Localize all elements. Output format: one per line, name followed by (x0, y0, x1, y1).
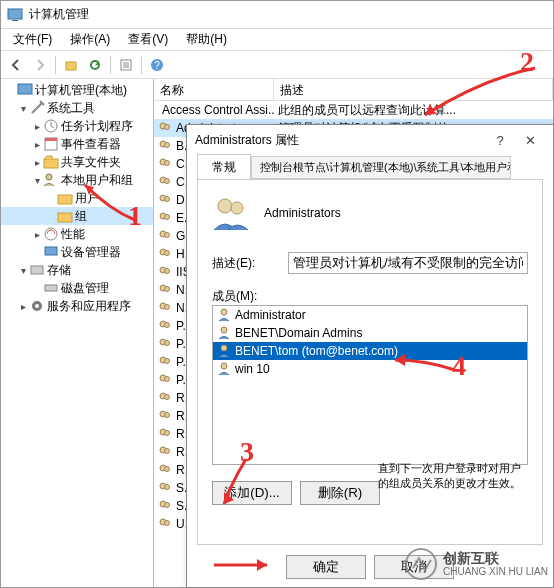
tree-users[interactable]: 用户 (1, 189, 153, 207)
user-icon (217, 308, 231, 322)
svg-rect-11 (44, 159, 58, 168)
computer-icon (17, 82, 33, 98)
add-button[interactable]: 添加(D)... (212, 481, 292, 505)
dialog-title: Administrators 属性 (195, 132, 299, 149)
group-icon (158, 427, 172, 441)
group-icon (158, 247, 172, 261)
svg-rect-14 (58, 213, 72, 222)
svg-point-28 (165, 161, 170, 166)
group-icon (158, 121, 172, 135)
group-icon (158, 337, 172, 351)
col-name-header[interactable]: 名称 (154, 79, 274, 100)
member-item[interactable]: Administrator (213, 306, 527, 324)
properties-button[interactable] (115, 54, 137, 76)
menu-help[interactable]: 帮助(H) (178, 29, 235, 50)
tree-storage[interactable]: ▾存储 (1, 261, 153, 279)
remove-button[interactable]: 删除(R) (300, 481, 380, 505)
dialog-tabs: 常规 控制台根节点\计算机管理(本地)\系统工具\本地用户和组 (187, 155, 553, 179)
col-desc-header[interactable]: 描述 (274, 79, 553, 100)
svg-point-62 (165, 467, 170, 472)
clock-icon (43, 118, 59, 134)
tree-shared-folders[interactable]: ▸共享文件夹 (1, 153, 153, 171)
tree-groups[interactable]: 组 (1, 207, 153, 225)
group-icon (158, 157, 172, 171)
tree-disk-management[interactable]: 磁盘管理 (1, 279, 153, 297)
svg-point-56 (165, 413, 170, 418)
menu-file[interactable]: 文件(F) (5, 29, 60, 50)
description-label: 描述(E): (212, 255, 288, 272)
refresh-button[interactable] (84, 54, 106, 76)
toolbar-separator (55, 56, 56, 74)
list-row[interactable]: Access Control Assi...此组的成员可以远程查询此计算... (154, 101, 553, 119)
toolbar-separator (141, 56, 142, 74)
window-title: 计算机管理 (29, 6, 89, 23)
members-listbox[interactable]: AdministratorBENET\Domain AdminsBENET\to… (212, 305, 528, 465)
tree-device-manager[interactable]: 设备管理器 (1, 243, 153, 261)
group-icon (158, 265, 172, 279)
app-icon (7, 7, 23, 23)
tree-event-viewer[interactable]: ▸事件查看器 (1, 135, 153, 153)
svg-point-12 (46, 174, 52, 180)
watermark: 创新互联 CHUANG XIN HU LIAN (405, 548, 548, 580)
member-item[interactable]: BENET\Domain Admins (213, 324, 527, 342)
menu-action[interactable]: 操作(A) (62, 29, 118, 50)
titlebar[interactable]: 计算机管理 (1, 1, 553, 29)
svg-point-69 (218, 199, 232, 213)
list-header: 名称 描述 (154, 79, 553, 101)
svg-point-44 (165, 305, 170, 310)
folder-icon (57, 208, 73, 224)
tab-path[interactable]: 控制台根节点\计算机管理(本地)\系统工具\本地用户和组 (251, 156, 511, 179)
user-icon (217, 362, 231, 376)
group-icon (158, 139, 172, 153)
member-item[interactable]: BENET\tom (tom@benet.com) (213, 342, 527, 360)
tree-performance[interactable]: ▸性能 (1, 225, 153, 243)
dialog-close-button[interactable]: ✕ (515, 133, 545, 148)
dialog-help-button[interactable]: ? (485, 133, 515, 148)
svg-point-71 (221, 309, 227, 315)
svg-point-42 (165, 287, 170, 292)
svg-rect-17 (31, 266, 43, 274)
svg-point-46 (165, 323, 170, 328)
tab-general[interactable]: 常规 (197, 154, 251, 180)
tree-root[interactable]: 计算机管理(本地) (1, 81, 153, 99)
tree-local-users[interactable]: ▾本地用户和组 (1, 171, 153, 189)
svg-rect-13 (58, 195, 72, 204)
services-icon (29, 298, 45, 314)
svg-rect-0 (8, 9, 22, 19)
ok-button[interactable]: 确定 (286, 555, 366, 579)
svg-point-68 (165, 521, 170, 526)
svg-point-48 (165, 341, 170, 346)
user-icon (217, 344, 231, 358)
group-icon (158, 175, 172, 189)
svg-rect-10 (45, 138, 57, 141)
svg-point-26 (165, 143, 170, 148)
tree-services-apps[interactable]: ▸服务和应用程序 (1, 297, 153, 315)
folder-icon (57, 190, 73, 206)
description-input[interactable] (288, 252, 528, 274)
svg-point-50 (165, 359, 170, 364)
svg-rect-2 (66, 62, 76, 70)
forward-button[interactable] (29, 54, 51, 76)
svg-point-72 (221, 327, 227, 333)
group-icon (158, 301, 172, 315)
svg-rect-16 (45, 247, 57, 255)
tree-panel: 计算机管理(本地) ▾系统工具 ▸任务计划程序 ▸事件查看器 ▸共享文件夹 ▾本… (1, 79, 154, 587)
svg-point-38 (165, 251, 170, 256)
dialog-body: Administrators 描述(E): 成员(M): Administrat… (197, 179, 543, 545)
member-item[interactable]: win 10 (213, 360, 527, 378)
help-button[interactable]: ? (146, 54, 168, 76)
svg-point-58 (165, 431, 170, 436)
navigation-tree[interactable]: 计算机管理(本地) ▾系统工具 ▸任务计划程序 ▸事件查看器 ▸共享文件夹 ▾本… (1, 79, 153, 315)
tree-system-tools[interactable]: ▾系统工具 (1, 99, 153, 117)
tree-task-scheduler[interactable]: ▸任务计划程序 (1, 117, 153, 135)
svg-point-54 (165, 395, 170, 400)
users-icon (43, 172, 59, 188)
watermark-logo-icon (405, 548, 437, 580)
dialog-titlebar[interactable]: Administrators 属性 ? ✕ (187, 125, 553, 155)
up-button[interactable] (60, 54, 82, 76)
back-button[interactable] (5, 54, 27, 76)
group-large-icon (212, 194, 250, 232)
device-icon (43, 244, 59, 260)
menu-view[interactable]: 查看(V) (120, 29, 176, 50)
svg-point-32 (165, 197, 170, 202)
